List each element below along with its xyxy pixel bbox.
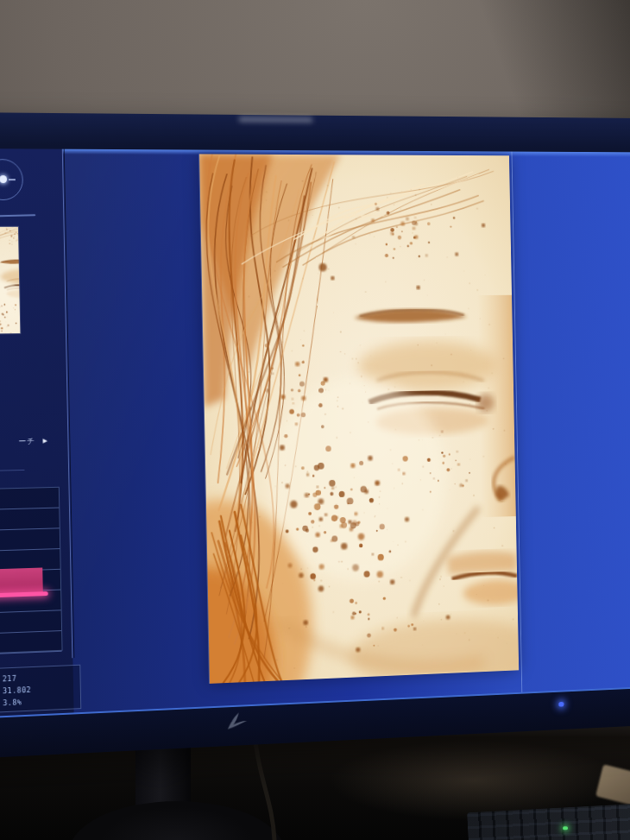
brand-logo — [223, 710, 250, 733]
sidebar-nav-item[interactable]: ーチ ▶ — [0, 434, 47, 450]
main-analysis-image — [199, 154, 519, 683]
bezel-glare — [238, 117, 312, 123]
nav-label: ーチ — [18, 435, 35, 446]
monitor: ーチ ▶ 217 31.802 — [0, 112, 630, 760]
power-led — [558, 702, 564, 707]
gauge-row — [0, 528, 60, 552]
dash-icon — [9, 179, 16, 180]
chevron-right-icon: ▶ — [43, 438, 47, 445]
gauge-row — [0, 508, 60, 531]
round-button[interactable] — [0, 159, 23, 200]
photo-of-monitor: ーチ ▶ 217 31.802 — [0, 0, 630, 840]
stat-value: 217 — [3, 674, 17, 684]
gauge-row — [0, 631, 62, 654]
panel-corner-outline — [0, 449, 24, 471]
keyboard-led — [563, 826, 568, 830]
thumbnail[interactable] — [0, 227, 20, 334]
screen: ーチ ▶ 217 31.802 — [0, 148, 630, 720]
stat-value: 31.802 — [3, 685, 31, 695]
gauge-row — [0, 488, 59, 510]
face-image — [199, 154, 519, 683]
stat-row: 3.8% — [0, 693, 80, 709]
thumbnail-image — [0, 227, 20, 334]
dot-icon — [0, 175, 7, 183]
level-gauge — [0, 487, 63, 654]
sidebar: ーチ ▶ 217 31.802 — [0, 148, 74, 718]
sidebar-divider-line — [0, 214, 35, 218]
stat-value: 3.8% — [3, 698, 22, 707]
stats-panel: 217 31.802 3.8% — [0, 665, 81, 713]
sidebar-vertical-divider — [62, 149, 73, 659]
